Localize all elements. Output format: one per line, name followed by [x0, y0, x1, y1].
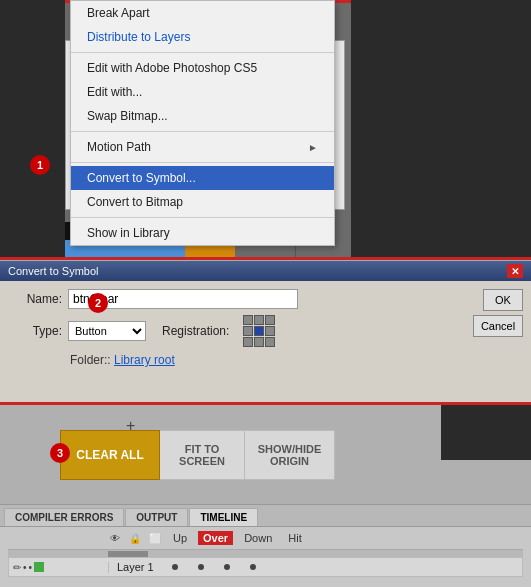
frame-over[interactable]: Over: [198, 531, 233, 545]
show-hide-origin-button[interactable]: SHOW/HIDE ORIGIN: [245, 430, 335, 480]
layer-lock-icon[interactable]: •: [29, 562, 33, 573]
lock-icon[interactable]: 🔒: [128, 531, 142, 545]
ok-button[interactable]: OK: [483, 289, 523, 311]
timeline-controls: 👁 🔒 ⬜ Up Over Down Hit: [8, 531, 523, 545]
canvas-area: 1 Break Apart Distribute to Layers Edit …: [0, 0, 531, 260]
clear-all-button[interactable]: CLEAR ALL: [60, 430, 160, 480]
registration-label: Registration:: [162, 324, 229, 338]
layer-icons: ✏ • •: [9, 562, 109, 573]
type-row: Type: Button Movie Clip Graphic Registra…: [12, 315, 519, 347]
pencil-icon[interactable]: ✏: [13, 562, 21, 573]
tab-timeline[interactable]: TIMELINE: [189, 508, 258, 526]
box-icon[interactable]: ⬜: [148, 531, 162, 545]
layer-color-square: [34, 562, 44, 572]
tabs-bar: COMPILER ERRORS OUTPUT TIMELINE: [0, 505, 531, 527]
timeline-area: 👁 🔒 ⬜ Up Over Down Hit ✏ • • Layer 1: [0, 527, 531, 581]
separator-2: [71, 131, 334, 132]
menu-item-break-apart[interactable]: Break Apart: [71, 1, 334, 25]
frame-dot-1: [172, 564, 178, 570]
reg-dot-mc[interactable]: [254, 326, 264, 336]
menu-item-swap-bitmap[interactable]: Swap Bitmap...: [71, 104, 334, 128]
layer-row: ✏ • • Layer 1: [8, 557, 523, 577]
frame-hit[interactable]: Hit: [283, 531, 306, 545]
show-hide-line1: SHOW/HIDE: [258, 443, 322, 455]
step1-badge: 1: [30, 155, 50, 175]
canvas-dark-left: [0, 0, 65, 260]
reg-dot-bc[interactable]: [254, 337, 264, 347]
menu-item-distribute-layers[interactable]: Distribute to Layers: [71, 25, 334, 49]
separator-1: [71, 52, 334, 53]
type-label: Type:: [12, 324, 62, 338]
name-label: Name:: [12, 292, 62, 306]
show-hide-line2: ORIGIN: [258, 455, 322, 467]
layer-visibility-icon[interactable]: •: [23, 562, 27, 573]
fit-to-screen-line2: SCREEN: [179, 455, 225, 467]
menu-item-edit-with[interactable]: Edit with...: [71, 80, 334, 104]
frame-dot-4: [250, 564, 256, 570]
crosshair-icon: +: [126, 417, 135, 435]
type-select[interactable]: Button Movie Clip Graphic: [68, 321, 146, 341]
layer-timeline-frames: [162, 564, 522, 570]
dialog-titlebar: Convert to Symbol ✕: [0, 261, 531, 281]
registration-grid[interactable]: [243, 315, 275, 347]
folder-row: Folder:: Library root: [70, 353, 519, 367]
canvas-dark-right: [351, 0, 531, 260]
reg-dot-mr[interactable]: [265, 326, 275, 336]
layer-name: Layer 1: [109, 561, 162, 573]
context-menu: Break Apart Distribute to Layers Edit wi…: [70, 0, 335, 246]
frame-up[interactable]: Up: [168, 531, 192, 545]
reg-dot-bl[interactable]: [243, 337, 253, 347]
tab-compiler-errors[interactable]: COMPILER ERRORS: [4, 508, 124, 526]
fit-to-screen-button[interactable]: FIT TO SCREEN: [160, 430, 245, 480]
frame-dot-3: [224, 564, 230, 570]
menu-item-show-library[interactable]: Show in Library: [71, 221, 334, 245]
menu-item-motion-path[interactable]: Motion Path ►: [71, 135, 334, 159]
reg-dot-tl[interactable]: [243, 315, 253, 325]
convert-to-symbol-dialog: Convert to Symbol ✕ 2 OK Cancel Name: Ty…: [0, 260, 531, 405]
step2-badge: 2: [88, 293, 108, 313]
dialog-title: Convert to Symbol: [8, 265, 98, 277]
eye-icon[interactable]: 👁: [108, 531, 122, 545]
arrow-right-icon: ►: [308, 142, 318, 153]
menu-item-edit-photoshop[interactable]: Edit with Adobe Photoshop CS5: [71, 56, 334, 80]
frame-down[interactable]: Down: [239, 531, 277, 545]
reg-dot-br[interactable]: [265, 337, 275, 347]
step3-badge: 3: [50, 443, 70, 463]
fit-to-screen-line1: FIT TO: [179, 443, 225, 455]
reg-dot-tc[interactable]: [254, 315, 264, 325]
menu-item-convert-symbol[interactable]: Convert to Symbol...: [71, 166, 334, 190]
frame-dot-2: [198, 564, 204, 570]
dialog-close-button[interactable]: ✕: [507, 264, 523, 278]
horizontal-scrollbar[interactable]: [8, 549, 523, 557]
scrollbar-thumb[interactable]: [108, 551, 148, 557]
bottom-panel: COMPILER ERRORS OUTPUT TIMELINE 👁 🔒 ⬜ Up…: [0, 505, 531, 587]
tab-output[interactable]: OUTPUT: [125, 508, 188, 526]
folder-link[interactable]: Library root: [114, 353, 175, 367]
separator-3: [71, 162, 334, 163]
reg-dot-tr[interactable]: [265, 315, 275, 325]
dialog-body: OK Cancel Name: Type: Button Movie Clip …: [0, 281, 531, 375]
dark-panel-right: [441, 405, 531, 460]
folder-label: Folder:: [70, 353, 107, 367]
cancel-button[interactable]: Cancel: [473, 315, 523, 337]
separator-4: [71, 217, 334, 218]
reg-dot-ml[interactable]: [243, 326, 253, 336]
menu-item-convert-bitmap[interactable]: Convert to Bitmap: [71, 190, 334, 214]
buttons-preview-area: + 3 CLEAR ALL FIT TO SCREEN SHOW/HIDE OR…: [0, 405, 531, 505]
